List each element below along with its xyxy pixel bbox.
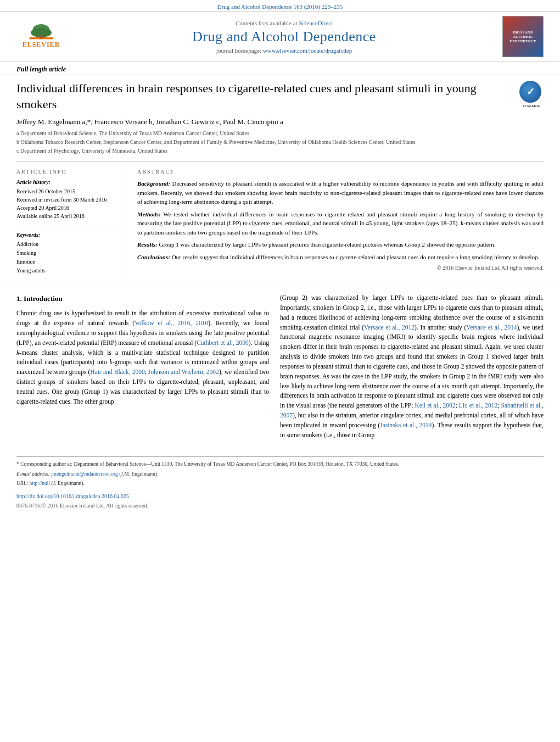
hair-link[interactable]: Hair and Black, 2000	[90, 369, 144, 375]
journal-header: ELSEVIER Contents lists available at Sci…	[0, 11, 560, 62]
article-info-abstract-section: ARTICLE INFO Article history: Received 2…	[0, 162, 560, 275]
affiliations: a Department of Behavioral Science, The …	[16, 130, 508, 155]
footnote-section: * Corresponding author at: Department of…	[16, 456, 544, 487]
elsevier-tree-icon	[25, 24, 58, 41]
elsevier-logo: ELSEVIER	[16, 23, 66, 51]
url-link[interactable]: http://null	[30, 481, 50, 486]
abstract-methods: Methods: We tested whether individual di…	[137, 210, 544, 237]
copyright-line: © 2016 Elsevier Ireland Ltd. All rights …	[137, 265, 544, 271]
sciencedirect-link[interactable]: ScienceDirect	[299, 20, 333, 26]
abstract-heading: ABSTRACT	[137, 169, 544, 175]
authors-line: Jeffrey M. Engelmann a,*, Francesco Vers…	[16, 118, 508, 126]
article-type-label: Full length article	[16, 65, 66, 73]
journal-thumbnail: DRUG AND ALCOHOL DEPENDENCE	[502, 16, 544, 57]
affiliation-a: a Department of Behavioral Science, The …	[16, 130, 508, 137]
elsevier-text: ELSEVIER	[23, 41, 60, 49]
main-body: 1. Introduction Chronic drug use is hypo…	[0, 282, 560, 450]
svg-rect-3	[40, 35, 42, 38]
revised-date: Received in revised form 30 March 2016	[16, 196, 118, 204]
keywords-heading: Keywords:	[16, 232, 118, 238]
footer-issn: 0376-8716/© 2016 Elsevier Ireland Ltd. A…	[0, 503, 560, 514]
journal-ref-text: Drug and Alcohol Dependence 163 (2016) 2…	[217, 3, 343, 10]
keyword-2: Smoking	[16, 249, 118, 258]
available-date: Available online 25 April 2016	[16, 212, 118, 220]
keil-link[interactable]: Keil et al., 2002	[415, 402, 455, 409]
intro-heading: 1. Introduction	[16, 293, 269, 304]
crossmark-label: CrossMark	[519, 104, 544, 108]
journal-reference-bar: Drug and Alcohol Dependence 163 (2016) 2…	[0, 0, 560, 11]
received-date: Received 26 October 2015	[16, 187, 118, 196]
article-info-column: ARTICLE INFO Article history: Received 2…	[16, 169, 126, 275]
article-history-section: Article history: Received 26 October 201…	[16, 179, 118, 226]
johnson-link[interactable]: Johnson and Wichern, 2002	[148, 369, 219, 375]
history-heading: Article history:	[16, 179, 118, 185]
article-title-block: Individual differences in brain response…	[16, 81, 508, 156]
sabatinelli-link[interactable]: Sabatinelli et al., 2007	[280, 402, 544, 419]
right-column: (Group 2) was characterized by larger LP…	[280, 293, 544, 444]
article-type-bar: Full length article	[0, 62, 560, 75]
jasinska-link[interactable]: Jasinska et al., 2014	[380, 422, 432, 428]
affiliation-c: c Department of Psychology, University o…	[16, 147, 508, 155]
journal-url[interactable]: www.elsevier.com/locate/drugalcdep	[263, 47, 352, 54]
article-header: Individual differences in brain response…	[0, 75, 560, 161]
abstract-column: ABSTRACT Background: Decreased sensitivi…	[137, 169, 544, 275]
footnote-url: URL: http://null (J. Engelmann).	[16, 479, 544, 487]
keyword-1: Addiction	[16, 240, 118, 249]
abstract-background: Background: Decreased sensitivity to ple…	[137, 179, 544, 207]
intro-para2: (Group 2) was characterized by larger LP…	[280, 293, 544, 440]
abstract-results: Results: Group 1 was characterized by la…	[137, 240, 544, 249]
footnote-email: E-mail address: jmengelmann@mdanderson.o…	[16, 470, 544, 478]
cuthbert-link[interactable]: Cuthbert et al., 2000	[197, 339, 249, 346]
abstract-conclusions: Conclusions: Our results suggest that in…	[137, 253, 544, 262]
volkow-link[interactable]: Volkow et al., 2016, 2010	[135, 320, 208, 326]
footer-doi: http://dx.doi.org/10.1016/j.drugalcdep.2…	[0, 489, 560, 503]
intro-para1: Chronic drug use is hypothesized to resu…	[16, 309, 269, 406]
contents-line: Contents lists available at ScienceDirec…	[66, 20, 502, 26]
keywords-section: Keywords: Addiction Smoking Emotion Youn…	[16, 232, 118, 275]
keyword-4: Young adults	[16, 266, 118, 275]
keyword-3: Emotion	[16, 258, 118, 266]
accepted-date: Accepted 20 April 2016	[16, 204, 118, 212]
article-info-heading: ARTICLE INFO	[16, 169, 118, 175]
journal-center: Contents lists available at ScienceDirec…	[66, 20, 502, 54]
article-title: Individual differences in brain response…	[16, 81, 508, 112]
liu-link[interactable]: Liu et al., 2012	[459, 402, 497, 409]
versace2014-link[interactable]: Versace et al., 2014	[466, 324, 517, 331]
crossmark-logo[interactable]: ✓ CrossMark	[519, 81, 544, 105]
left-column: 1. Introduction Chronic drug use is hypo…	[16, 293, 269, 444]
journal-title: Drug and Alcohol Dependence	[66, 29, 502, 45]
footnote-star: * Corresponding author at: Department of…	[16, 460, 544, 468]
journal-homepage: journal homepage: www.elsevier.com/locat…	[66, 47, 502, 54]
crossmark-circle: ✓	[519, 81, 541, 103]
email-link[interactable]: jmengelmann@mdanderson.org	[51, 471, 118, 477]
doi-link[interactable]: http://dx.doi.org/10.1016/j.drugalcdep.2…	[16, 493, 129, 499]
affiliation-b: b Oklahoma Tobacco Research Center, Step…	[16, 138, 508, 146]
versace2012-link[interactable]: Versace et al., 2012	[364, 324, 415, 331]
